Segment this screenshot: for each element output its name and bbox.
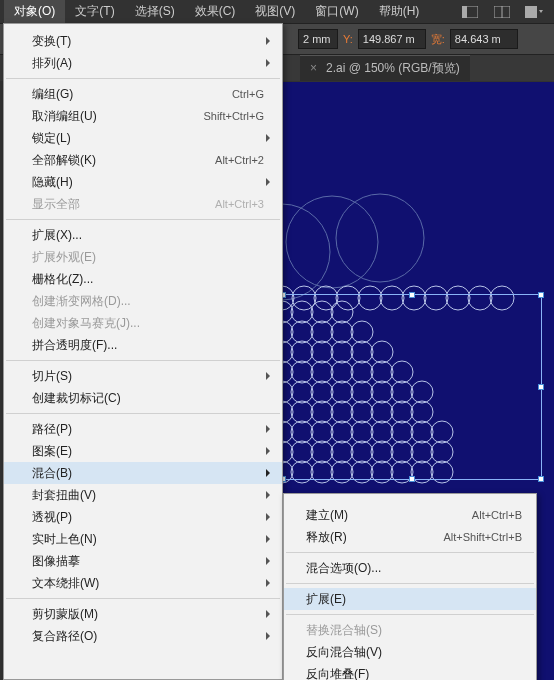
handle-se[interactable] [538, 476, 544, 482]
menu-help[interactable]: 帮助(H) [369, 0, 430, 23]
menu-item[interactable]: 隐藏(H) [4, 171, 282, 193]
menu-item-label: 排列(A) [32, 55, 264, 72]
menu-item-label: 图像描摹 [32, 553, 264, 570]
svg-point-7 [336, 194, 424, 282]
menu-item-label: 变换(T) [32, 33, 264, 50]
menu-item-label: 实时上色(N) [32, 531, 264, 548]
menu-item-label: 拼合透明度(F)... [32, 337, 264, 354]
menu-item-label: 路径(P) [32, 421, 264, 438]
menu-shortcut: Shift+Ctrl+G [203, 110, 264, 122]
menu-item-label: 全部解锁(K) [32, 152, 215, 169]
menu-item: 扩展外观(E) [4, 246, 282, 268]
menu-item[interactable]: 拼合透明度(F)... [4, 334, 282, 356]
menu-effect[interactable]: 效果(C) [185, 0, 246, 23]
menu-item-label: 建立(M) [306, 507, 472, 524]
menu-item[interactable]: 图案(E) [4, 440, 282, 462]
menu-item[interactable]: 释放(R)Alt+Shift+Ctrl+B [284, 526, 536, 548]
menubar: 对象(O) 文字(T) 选择(S) 效果(C) 视图(V) 窗口(W) 帮助(H… [0, 0, 554, 23]
menu-item-label: 文本绕排(W) [32, 575, 264, 592]
menu-item-label: 混合选项(O)... [306, 560, 522, 577]
document-tab[interactable]: × 2.ai @ 150% (RGB/预览) [300, 55, 470, 81]
menu-item-label: 封套扭曲(V) [32, 487, 264, 504]
menu-item[interactable]: 文本绕排(W) [4, 572, 282, 594]
menu-shortcut: Alt+Shift+Ctrl+B [443, 531, 522, 543]
menu-item[interactable]: 栅格化(Z)... [4, 268, 282, 290]
menu-item[interactable]: 反向混合轴(V) [284, 641, 536, 663]
handle-e[interactable] [538, 384, 544, 390]
menu-item[interactable]: 实时上色(N) [4, 528, 282, 550]
menu-item-label: 扩展(E) [306, 591, 522, 608]
menu-item-label: 释放(R) [306, 529, 443, 546]
menu-item-label: 反向混合轴(V) [306, 644, 522, 661]
object-menu: 变换(T)排列(A)编组(G)Ctrl+G取消编组(U)Shift+Ctrl+G… [3, 23, 283, 680]
menu-item[interactable]: 反向堆叠(F) [284, 663, 536, 680]
menu-item-label: 创建对象马赛克(J)... [32, 315, 264, 332]
menu-item[interactable]: 扩展(X)... [4, 224, 282, 246]
menu-item-label: 扩展(X)... [32, 227, 264, 244]
menu-item[interactable]: 混合(B) [4, 462, 282, 484]
arrange-icon[interactable] [490, 3, 514, 21]
menu-item[interactable]: 透视(P) [4, 506, 282, 528]
menu-item[interactable]: 路径(P) [4, 418, 282, 440]
menu-item[interactable]: 编组(G)Ctrl+G [4, 83, 282, 105]
x-field[interactable]: 2 mm [298, 29, 338, 49]
menu-item[interactable]: 封套扭曲(V) [4, 484, 282, 506]
menu-item[interactable]: 取消编组(U)Shift+Ctrl+G [4, 105, 282, 127]
menu-item-label: 创建裁切标记(C) [32, 390, 264, 407]
menu-shortcut: Alt+Ctrl+2 [215, 154, 264, 166]
menu-item-label: 隐藏(H) [32, 174, 264, 191]
menu-shortcut: Alt+Ctrl+3 [215, 198, 264, 210]
menu-window[interactable]: 窗口(W) [305, 0, 368, 23]
menu-item: 创建对象马赛克(J)... [4, 312, 282, 334]
menu-item-label: 显示全部 [32, 196, 215, 213]
svg-rect-4 [525, 6, 537, 18]
handle-n[interactable] [409, 292, 415, 298]
menu-item-label: 替换混合轴(S) [306, 622, 522, 639]
svg-rect-1 [462, 6, 467, 18]
menu-item-label: 锁定(L) [32, 130, 264, 147]
menu-item[interactable]: 全部解锁(K)Alt+Ctrl+2 [4, 149, 282, 171]
menu-type[interactable]: 文字(T) [65, 0, 124, 23]
menu-item[interactable]: 复合路径(O) [4, 625, 282, 647]
menu-item[interactable]: 混合选项(O)... [284, 557, 536, 579]
menu-item-label: 切片(S) [32, 368, 264, 385]
menu-item-label: 透视(P) [32, 509, 264, 526]
menu-item[interactable]: 切片(S) [4, 365, 282, 387]
menu-select[interactable]: 选择(S) [125, 0, 185, 23]
menu-item[interactable]: 排列(A) [4, 52, 282, 74]
menu-item-label: 创建渐变网格(D)... [32, 293, 264, 310]
layout-icon[interactable] [458, 3, 482, 21]
y-label: Y: [340, 32, 356, 46]
menu-item[interactable]: 变换(T) [4, 30, 282, 52]
menu-item-label: 扩展外观(E) [32, 249, 264, 266]
menu-item: 替换混合轴(S) [284, 619, 536, 641]
selection-box[interactable] [282, 294, 542, 480]
menu-item: 创建渐变网格(D)... [4, 290, 282, 312]
menu-view[interactable]: 视图(V) [245, 0, 305, 23]
menu-item[interactable]: 扩展(E) [284, 588, 536, 610]
menu-item-label: 编组(G) [32, 86, 232, 103]
dropdown-icon[interactable] [522, 3, 546, 21]
menu-item[interactable]: 锁定(L) [4, 127, 282, 149]
w-label: 宽: [428, 31, 448, 48]
menu-item-label: 剪切蒙版(M) [32, 606, 264, 623]
menu-item[interactable]: 创建裁切标记(C) [4, 387, 282, 409]
menu-item: 显示全部Alt+Ctrl+3 [4, 193, 282, 215]
menu-item[interactable]: 剪切蒙版(M) [4, 603, 282, 625]
menu-item-label: 混合(B) [32, 465, 264, 482]
menu-shortcut: Alt+Ctrl+B [472, 509, 522, 521]
menu-item-label: 复合路径(O) [32, 628, 264, 645]
menu-object[interactable]: 对象(O) [4, 0, 65, 23]
menu-item[interactable]: 图像描摹 [4, 550, 282, 572]
x-icon[interactable]: × [310, 61, 317, 75]
menu-item[interactable]: 建立(M)Alt+Ctrl+B [284, 504, 536, 526]
menu-item-label: 图案(E) [32, 443, 264, 460]
w-field[interactable]: 84.643 m [450, 29, 518, 49]
handle-s[interactable] [409, 476, 415, 482]
y-field[interactable]: 149.867 m [358, 29, 426, 49]
menu-item-label: 反向堆叠(F) [306, 666, 522, 681]
menu-item-label: 取消编组(U) [32, 108, 203, 125]
handle-ne[interactable] [538, 292, 544, 298]
menu-shortcut: Ctrl+G [232, 88, 264, 100]
tab-label: 2.ai @ 150% (RGB/预览) [326, 61, 460, 75]
